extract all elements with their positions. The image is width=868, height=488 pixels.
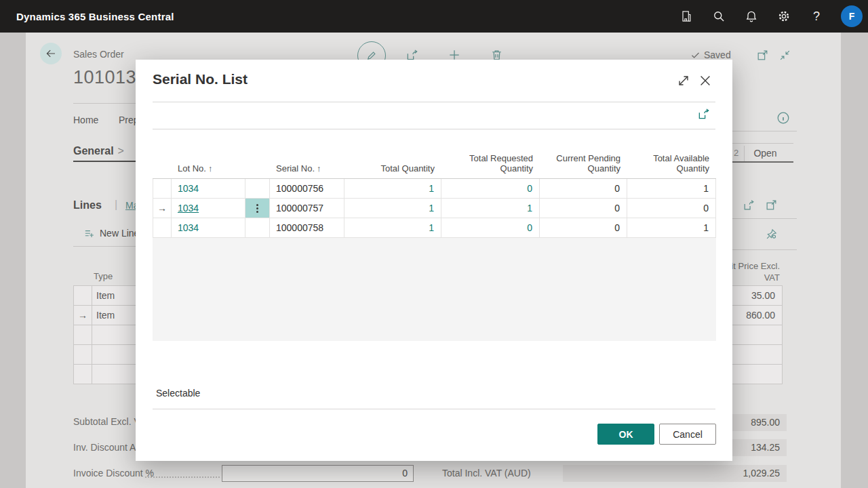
status-badge: Open xyxy=(744,148,787,159)
expand-dialog-icon[interactable] xyxy=(676,73,691,88)
row-menu-cell xyxy=(245,218,270,237)
total-requested-link[interactable]: 1 xyxy=(441,199,540,218)
dotted-leader xyxy=(145,476,220,478)
app-header-actions: ? F xyxy=(678,5,868,27)
tab-home[interactable]: Home xyxy=(73,115,98,125)
total-requested-link[interactable]: 0 xyxy=(441,218,540,237)
cancel-button[interactable]: Cancel xyxy=(659,424,716,445)
subtotal-label: Subtotal Excl. V xyxy=(73,416,140,427)
column-header-serial-no[interactable]: Serial No.↑ xyxy=(270,163,344,178)
total-available-cell: 1 xyxy=(627,218,716,237)
row-menu-icon[interactable] xyxy=(256,204,258,213)
back-button[interactable] xyxy=(40,43,62,64)
total-quantity-link[interactable]: 1 xyxy=(344,179,441,198)
divider xyxy=(732,131,797,131)
column-header-type: Type xyxy=(94,271,113,281)
column-header-total-available[interactable]: Total Available Quantity xyxy=(627,153,716,178)
section-general[interactable]: General> xyxy=(73,145,124,157)
chevron-right-icon: > xyxy=(118,145,124,157)
serial-table-header: Lot No.↑ Serial No.↑ Total Quantity Tota… xyxy=(153,152,716,179)
divider xyxy=(73,246,136,247)
lot-no-link[interactable]: 1034 xyxy=(172,179,245,198)
invoice-discount-pct-input[interactable]: 0 xyxy=(222,465,414,482)
row-select-cell xyxy=(74,286,92,305)
ok-button[interactable]: OK xyxy=(597,424,654,445)
search-icon[interactable] xyxy=(711,8,727,24)
row-select-cell xyxy=(74,325,92,344)
divider xyxy=(732,218,797,219)
avatar[interactable]: F xyxy=(841,5,863,27)
pin-icon[interactable] xyxy=(763,226,779,242)
table-row[interactable]: 10341000007581001 xyxy=(153,218,716,238)
total-incl-vat-label: Total Incl. VAT (AUD) xyxy=(442,468,531,479)
divider xyxy=(153,129,715,129)
saved-check-icon xyxy=(690,50,701,60)
serial-table: Lot No.↑ Serial No.↑ Total Quantity Tota… xyxy=(153,152,716,238)
status-fragment: 2 xyxy=(734,148,738,158)
current-pending-cell: 0 xyxy=(540,218,627,237)
divider: | xyxy=(115,199,117,211)
divider xyxy=(153,102,715,102)
row-menu-cell[interactable] xyxy=(245,199,270,218)
row-select-cell[interactable]: → xyxy=(153,199,172,218)
lot-no-link[interactable]: 1034 xyxy=(172,218,245,237)
column-header-total-quantity[interactable]: Total Quantity xyxy=(344,163,441,178)
help-icon[interactable]: ? xyxy=(808,8,825,24)
sort-ascending-icon: ↑ xyxy=(208,163,213,174)
notifications-icon[interactable] xyxy=(743,8,760,24)
app-title: Dynamics 365 Business Central xyxy=(0,11,174,22)
table-row[interactable]: →10341000007571100 xyxy=(153,199,716,218)
company-icon[interactable] xyxy=(678,8,694,24)
serial-no-list-dialog: Serial No. List Lot No.↑ Serial No.↑ Tot… xyxy=(136,60,732,461)
save-status: Saved xyxy=(690,49,731,60)
current-pending-cell: 0 xyxy=(540,179,627,198)
total-incl-vat-value: 1,029.25 xyxy=(563,465,787,482)
section-lines[interactable]: Lines xyxy=(73,199,102,211)
settings-icon[interactable] xyxy=(776,8,792,24)
page-caption: Sales Order xyxy=(73,49,124,60)
collapse-icon[interactable] xyxy=(776,47,793,63)
total-quantity-link[interactable]: 1 xyxy=(344,199,441,218)
serial-no-cell: 100000756 xyxy=(270,179,344,198)
dialog-title: Serial No. List xyxy=(153,71,248,87)
column-header-current-pending[interactable]: Current Pending Quantity xyxy=(540,153,627,178)
info-icon[interactable] xyxy=(776,110,791,125)
grid-empty-area xyxy=(153,238,716,341)
inv-discount-label: Inv. Discount A xyxy=(73,442,136,453)
row-select-cell: → xyxy=(74,306,92,325)
lot-no-link[interactable]: 1034 xyxy=(172,199,245,218)
section-underline xyxy=(73,161,136,162)
new-line-action[interactable]: New Line xyxy=(83,227,139,239)
row-select-cell[interactable] xyxy=(153,179,172,198)
app-header: Dynamics 365 Business Central ? F xyxy=(0,0,868,33)
close-dialog-icon[interactable] xyxy=(698,73,713,88)
total-available-cell: 0 xyxy=(627,199,716,218)
column-header-lot-no[interactable]: Lot No.↑ xyxy=(172,163,245,178)
row-select-cell xyxy=(74,345,92,364)
popout-icon[interactable] xyxy=(763,197,779,213)
column-header-select xyxy=(153,174,172,178)
status-underline xyxy=(732,161,793,163)
share-icon[interactable] xyxy=(741,197,757,213)
column-header-total-requested[interactable]: Total Requested Quantity xyxy=(441,153,540,178)
divider xyxy=(153,409,715,409)
current-pending-cell: 0 xyxy=(540,199,627,218)
serial-table-rows: 10341000007561001→1034100000757110010341… xyxy=(153,179,716,238)
invoice-discount-pct-label: Invoice Discount % xyxy=(73,468,154,479)
total-available-cell: 1 xyxy=(627,179,716,198)
open-window-icon[interactable] xyxy=(754,47,770,63)
divider xyxy=(732,249,797,250)
total-requested-link[interactable]: 0 xyxy=(441,179,540,198)
row-select-cell[interactable] xyxy=(153,218,172,237)
new-line-icon xyxy=(83,227,95,239)
table-row[interactable]: 10341000007561001 xyxy=(153,179,716,199)
row-select-cell xyxy=(74,365,92,384)
serial-no-cell: 100000758 xyxy=(270,218,344,237)
selectable-note: Selectable xyxy=(156,388,200,399)
serial-no-cell: 100000757 xyxy=(270,199,344,218)
total-quantity-link[interactable]: 1 xyxy=(344,218,441,237)
column-header-menu xyxy=(245,174,270,178)
share-icon[interactable] xyxy=(697,107,712,122)
lines-manage-menu[interactable]: Ma xyxy=(125,200,136,211)
status-field: 2 Open xyxy=(732,143,793,162)
